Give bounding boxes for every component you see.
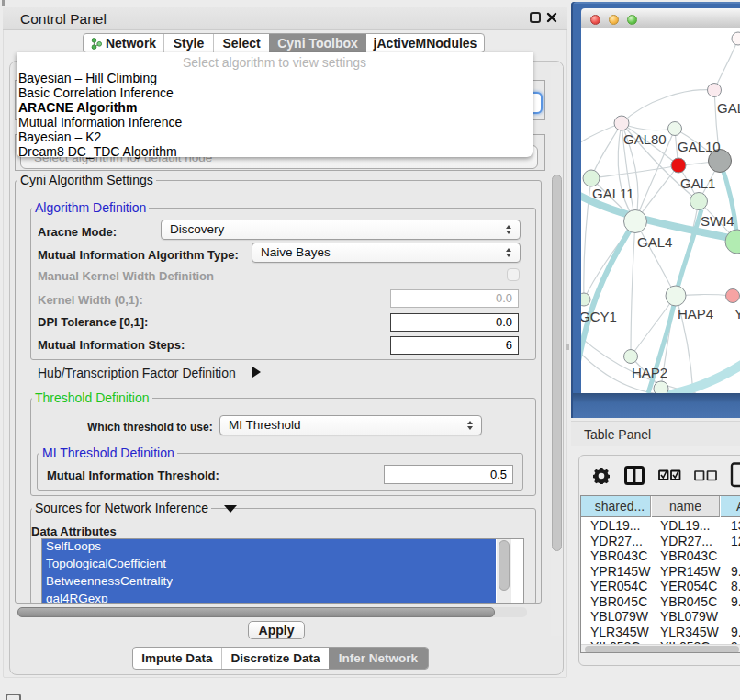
svg-text:GCY1: GCY1 [581,309,617,324]
svg-text:GAL4: GAL4 [637,234,672,250]
svg-text:HAP4: HAP4 [678,306,713,322]
svg-text:GAL: GAL [717,100,740,116]
svg-text:GAL80: GAL80 [623,131,667,147]
svg-text:HAP2: HAP2 [632,365,667,380]
svg-text:SWI4: SWI4 [701,213,734,229]
svg-text:Y: Y [734,306,740,322]
svg-text:GAL11: GAL11 [592,186,634,201]
svg-text:GAL1: GAL1 [680,175,715,191]
svg-text:GAL10: GAL10 [678,139,721,154]
